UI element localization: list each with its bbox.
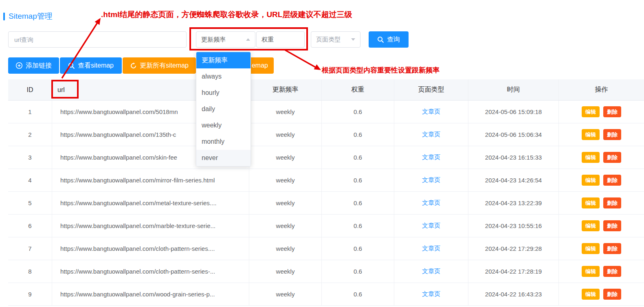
add-link-button[interactable]: 添加链接 <box>8 57 59 74</box>
row-actions: 编辑删除 <box>559 260 644 283</box>
row-weight: 0.6 <box>322 146 394 169</box>
delete-button[interactable]: 删除 <box>603 175 621 186</box>
title-accent-bar <box>3 13 5 20</box>
row-url: https://www.bangtuowallpanel.com/mirror-… <box>52 169 249 191</box>
frequency-select-value: 更新频率 <box>201 36 226 44</box>
row-actions: 编辑删除 <box>559 192 644 214</box>
page-type-link[interactable]: 文章页 <box>422 199 440 207</box>
refresh-icon <box>130 62 137 69</box>
table-header: IDurl更新频率权重页面类型时间操作 <box>8 79 644 101</box>
row-page-type-cell: 文章页 <box>394 192 468 214</box>
row-page-type-cell: 文章页 <box>394 260 468 283</box>
row-weight: 0.6 <box>322 283 394 305</box>
edit-button[interactable]: 编辑 <box>582 197 600 208</box>
page-type-link[interactable]: 文章页 <box>422 131 440 138</box>
url-search-input[interactable] <box>8 31 187 48</box>
row-actions: 编辑删除 <box>559 237 644 260</box>
edit-button[interactable]: 编辑 <box>582 220 600 231</box>
page-type-link[interactable]: 文章页 <box>422 176 440 184</box>
edit-button[interactable]: 编辑 <box>582 175 600 186</box>
page-header: Sitemap管理 <box>3 11 53 22</box>
column-header-5: 页面类型 <box>394 79 468 100</box>
column-header-7: 操作 <box>559 79 644 100</box>
page-type-link[interactable]: 文章页 <box>422 108 440 116</box>
dropdown-option-hourly[interactable]: hourly <box>196 85 251 101</box>
row-id: 4 <box>8 169 52 191</box>
table-row: 4https://www.bangtuowallpanel.com/mirror… <box>8 169 644 192</box>
row-page-type-cell: 文章页 <box>394 283 468 305</box>
row-page-type-cell: 文章页 <box>394 237 468 260</box>
delete-button[interactable]: 删除 <box>603 152 621 163</box>
column-header-4: 权重 <box>322 79 394 100</box>
delete-button[interactable]: 删除 <box>603 220 621 231</box>
row-frequency: weekly <box>249 101 322 123</box>
row-page-type-cell: 文章页 <box>394 169 468 191</box>
row-weight: 0.6 <box>322 123 394 146</box>
row-url: https://www.bangtuowallpanel.com/wood-gr… <box>52 283 249 305</box>
row-frequency: weekly <box>249 192 322 214</box>
annotation-note-top: .html结尾的静态页面，方便蜘蛛爬取谷歌收录，URL层级建议不超过三级 <box>101 9 352 20</box>
row-weight: 0.6 <box>322 215 394 237</box>
update-all-sitemap-label: 更新所有sitemap <box>140 61 189 70</box>
edit-button[interactable]: 编辑 <box>582 152 600 163</box>
row-page-type-cell: 文章页 <box>394 101 468 123</box>
page-type-select-value: 页面类型 <box>316 36 341 44</box>
edit-button[interactable]: 编辑 <box>582 106 600 117</box>
chevron-down-icon <box>351 38 355 41</box>
dropdown-option-daily[interactable]: daily <box>196 101 251 117</box>
row-weight: 0.6 <box>322 260 394 283</box>
row-frequency: weekly <box>249 146 322 169</box>
row-frequency: weekly <box>249 283 322 305</box>
dropdown-option-always[interactable]: always <box>196 68 251 85</box>
delete-button[interactable]: 删除 <box>603 197 621 208</box>
page-type-link[interactable]: 文章页 <box>422 245 440 252</box>
page-type-link[interactable]: 文章页 <box>422 154 440 161</box>
view-sitemap-button[interactable]: 查看sitemap <box>60 57 122 74</box>
row-page-type-cell: 文章页 <box>394 123 468 146</box>
table-row: 6https://www.bangtuowallpanel.com/marble… <box>8 215 644 237</box>
row-frequency: weekly <box>249 169 322 191</box>
sitemap-table: IDurl更新频率权重页面类型时间操作 1https://www.bangtuo… <box>8 79 644 306</box>
query-button-label: 查询 <box>387 35 400 44</box>
row-page-type-cell: 文章页 <box>394 146 468 169</box>
row-weight: 0.6 <box>322 192 394 214</box>
page-type-link[interactable]: 文章页 <box>422 222 440 230</box>
query-button[interactable]: 查询 <box>369 31 409 48</box>
row-id: 9 <box>8 283 52 305</box>
update-all-sitemap-button[interactable]: 更新所有sitemap <box>123 57 196 74</box>
dropdown-option-weekly[interactable]: weekly <box>196 117 251 134</box>
row-frequency: weekly <box>249 237 322 260</box>
row-actions: 编辑删除 <box>559 101 644 123</box>
edit-button[interactable]: 编辑 <box>582 289 600 300</box>
row-url: https://www.bangtuowallpanel.com/marble-… <box>52 215 249 237</box>
sitemap-admin-page: Sitemap管理 .html结尾的静态页面，方便蜘蛛爬取谷歌收录，URL层级建… <box>0 0 644 307</box>
table-row: 5https://www.bangtuowallpanel.com/metal-… <box>8 192 644 215</box>
dropdown-option-更新频率[interactable]: 更新频率 <box>196 52 251 68</box>
row-id: 7 <box>8 237 52 260</box>
table-body: 1https://www.bangtuowallpanel.com/5018mn… <box>8 101 644 306</box>
row-time: 2024-05-06 15:09:18 <box>468 101 559 123</box>
edit-button[interactable]: 编辑 <box>582 266 600 277</box>
frequency-select[interactable]: 更新频率 <box>196 31 255 48</box>
column-header-1: ID <box>8 79 52 100</box>
delete-button[interactable]: 删除 <box>603 243 621 254</box>
delete-button[interactable]: 删除 <box>603 289 621 300</box>
page-type-link[interactable]: 文章页 <box>422 268 440 275</box>
dropdown-option-monthly[interactable]: monthly <box>196 134 251 150</box>
edit-button[interactable]: 编辑 <box>582 129 600 140</box>
edit-button[interactable]: 编辑 <box>582 243 600 254</box>
row-id: 8 <box>8 260 52 283</box>
dropdown-option-never[interactable]: never <box>196 150 251 166</box>
weight-select[interactable]: 权重 <box>256 31 305 48</box>
frequency-dropdown: 更新频率alwayshourlydailyweeklymonthlynever <box>196 52 251 167</box>
row-weight: 0.6 <box>322 101 394 123</box>
view-sitemap-label: 查看sitemap <box>78 61 114 70</box>
page-type-link[interactable]: 文章页 <box>422 290 440 298</box>
row-actions: 编辑删除 <box>559 215 644 237</box>
column-header-3: 更新频率 <box>249 79 322 100</box>
delete-button[interactable]: 删除 <box>603 106 621 117</box>
delete-button[interactable]: 删除 <box>603 266 621 277</box>
page-type-select[interactable]: 页面类型 <box>311 31 360 48</box>
delete-button[interactable]: 删除 <box>603 129 621 140</box>
row-actions: 编辑删除 <box>559 283 644 305</box>
